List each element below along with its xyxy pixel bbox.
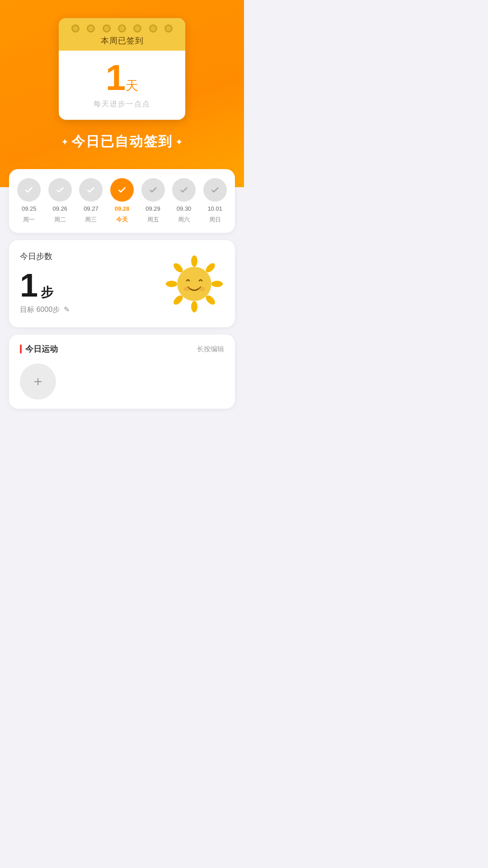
svg-point-8: [177, 267, 211, 301]
sparkle-right-icon: ✦: [175, 137, 183, 147]
spiral-ring: [118, 24, 126, 33]
spiral-ring: [133, 24, 141, 33]
svg-point-2: [211, 281, 223, 287]
day-circle: [17, 178, 41, 202]
svg-point-10: [199, 287, 205, 291]
day-item[interactable]: 09.30 周六: [172, 178, 196, 224]
day-date: 09.28: [115, 205, 130, 212]
svg-point-9: [183, 287, 190, 291]
day-label: 周三: [85, 216, 97, 224]
day-circle: [203, 178, 227, 202]
top-section: 本周已签到 1 天 每天进步一点点 ✦ 今日已自动签到 ✦: [0, 0, 244, 187]
plus-icon: +: [34, 374, 42, 389]
day-date: 09.29: [145, 205, 160, 212]
day-circle: [79, 178, 103, 202]
day-date: 09.26: [53, 205, 68, 212]
sparkle-left-icon: ✦: [61, 137, 69, 147]
red-bar-icon: [20, 344, 22, 354]
auto-sign-text: 今日已自动签到: [71, 132, 173, 151]
long-press-edit-label: 长按编辑: [197, 345, 224, 354]
steps-unit: 步: [41, 284, 53, 301]
day-date: 10.01: [207, 205, 222, 212]
day-item[interactable]: 09.26 周二: [48, 178, 72, 224]
day-label: 周二: [54, 216, 66, 224]
svg-point-4: [191, 301, 197, 312]
svg-point-6: [166, 281, 177, 287]
spiral-ring: [149, 24, 157, 33]
exercise-header: 今日运动 长按编辑: [20, 344, 224, 354]
steps-number: 1: [20, 269, 38, 302]
day-item[interactable]: 10.01 周日: [203, 178, 227, 224]
day-label: 周五: [147, 216, 159, 224]
day-circle: [141, 178, 165, 202]
day-circle: [172, 178, 196, 202]
auto-sign-row: ✦ 今日已自动签到 ✦: [58, 132, 186, 151]
day-circle: [110, 178, 134, 202]
days-unit: 天: [126, 77, 138, 94]
day-item[interactable]: 09.28 今天: [110, 178, 134, 224]
spiral-ring: [103, 24, 111, 33]
day-date: 09.30: [177, 205, 192, 212]
exercise-title: 今日运动: [25, 344, 58, 354]
days-count: 1: [106, 60, 126, 96]
day-label: 周六: [178, 216, 190, 224]
day-date: 09.27: [84, 205, 99, 212]
day-item[interactable]: 09.27 周三: [79, 178, 103, 224]
spiral-ring: [87, 24, 95, 33]
exercise-card: 今日运动 长按编辑 +: [9, 335, 235, 409]
days-row: 1 天: [72, 60, 172, 96]
spiral-ring: [164, 24, 173, 33]
calendar-card: 本周已签到 1 天 每天进步一点点: [59, 18, 185, 120]
day-circle: [48, 178, 72, 202]
week-card: 09.25 周一 09.26 周二 09.27 周三: [9, 169, 235, 233]
sun-illustration: [163, 252, 226, 316]
day-label: 周一: [23, 216, 35, 224]
day-item[interactable]: 09.25 周一: [17, 178, 41, 224]
steps-card: 今日步数 1 步 目标 6000步 ✎: [9, 240, 235, 327]
calendar-header: 本周已签到: [59, 18, 185, 51]
calendar-subtitle: 每天进步一点点: [72, 99, 172, 109]
checkin-header-text: 本周已签到: [59, 35, 185, 46]
day-item[interactable]: 09.29 周五: [141, 178, 165, 224]
edit-goal-icon[interactable]: ✎: [64, 306, 70, 313]
svg-point-0: [191, 255, 197, 267]
day-label: 今天: [116, 216, 128, 224]
steps-goal-text: 目标 6000步: [20, 306, 60, 313]
day-date: 09.25: [22, 205, 37, 212]
spiral-bindings: [59, 24, 185, 33]
week-row: 09.25 周一 09.26 周二 09.27 周三: [14, 178, 230, 224]
day-label: 周日: [209, 216, 221, 224]
exercise-title-row: 今日运动: [20, 344, 58, 354]
calendar-body: 1 天 每天进步一点点: [59, 51, 185, 120]
spiral-ring: [71, 24, 80, 33]
add-exercise-button[interactable]: +: [20, 363, 56, 400]
